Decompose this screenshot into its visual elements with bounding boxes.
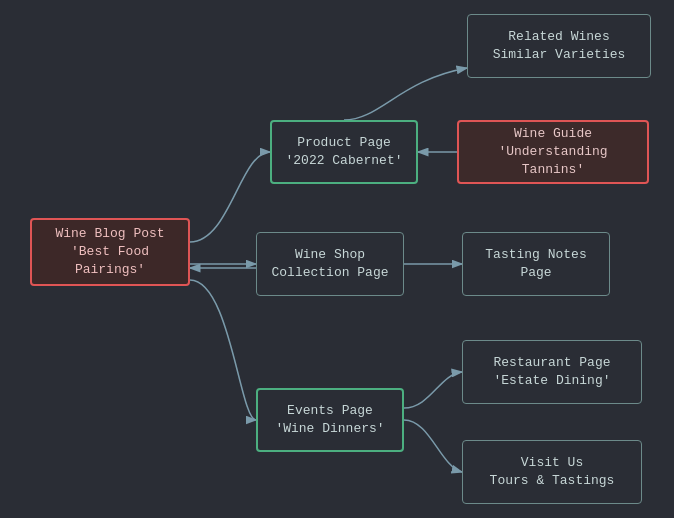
tasting-notes-line1: Tasting Notes bbox=[485, 247, 586, 262]
tasting-notes-node: Tasting Notes Page bbox=[462, 232, 610, 296]
product-page-node: Product Page '2022 Cabernet' bbox=[270, 120, 418, 184]
wine-shop-node: Wine Shop Collection Page bbox=[256, 232, 404, 296]
wine-guide-line2: 'Understanding Tannins' bbox=[498, 144, 607, 177]
events-page-node: Events Page 'Wine Dinners' bbox=[256, 388, 404, 452]
blog-post-node: Wine Blog Post 'Best Food Pairings' bbox=[30, 218, 190, 286]
wine-shop-label: Wine Shop Collection Page bbox=[271, 246, 388, 282]
events-page-label: Events Page 'Wine Dinners' bbox=[275, 402, 384, 438]
related-wines-label: Related Wines Similar Varieties bbox=[493, 28, 626, 64]
wine-guide-line1: Wine Guide bbox=[514, 126, 592, 141]
product-page-line2: '2022 Cabernet' bbox=[285, 153, 402, 168]
restaurant-page-line2: 'Estate Dining' bbox=[493, 373, 610, 388]
restaurant-page-label: Restaurant Page 'Estate Dining' bbox=[493, 354, 610, 390]
blog-post-line1: Wine Blog Post bbox=[55, 226, 164, 241]
diagram-container: Wine Blog Post 'Best Food Pairings' Prod… bbox=[0, 0, 674, 518]
product-page-line1: Product Page bbox=[297, 135, 391, 150]
visit-tours-label: Visit Us Tours & Tastings bbox=[490, 454, 615, 490]
tasting-notes-label: Tasting Notes Page bbox=[485, 246, 586, 282]
wine-guide-node: Wine Guide 'Understanding Tannins' bbox=[457, 120, 649, 184]
events-page-line2: 'Wine Dinners' bbox=[275, 421, 384, 436]
wine-guide-label: Wine Guide 'Understanding Tannins' bbox=[469, 125, 637, 180]
tasting-notes-line2: Page bbox=[520, 265, 551, 280]
visit-tours-line2: Tours & Tastings bbox=[490, 473, 615, 488]
events-page-line1: Events Page bbox=[287, 403, 373, 418]
product-page-label: Product Page '2022 Cabernet' bbox=[285, 134, 402, 170]
blog-post-line2: 'Best Food Pairings' bbox=[71, 244, 149, 277]
wine-shop-line1: Wine Shop bbox=[295, 247, 365, 262]
restaurant-page-line1: Restaurant Page bbox=[493, 355, 610, 370]
related-wines-line2: Similar Varieties bbox=[493, 47, 626, 62]
related-wines-line1: Related Wines bbox=[508, 29, 609, 44]
visit-tours-line1: Visit Us bbox=[521, 455, 583, 470]
restaurant-page-node: Restaurant Page 'Estate Dining' bbox=[462, 340, 642, 404]
blog-post-label: Wine Blog Post 'Best Food Pairings' bbox=[42, 225, 178, 280]
related-wines-node: Related Wines Similar Varieties bbox=[467, 14, 651, 78]
visit-tours-node: Visit Us Tours & Tastings bbox=[462, 440, 642, 504]
wine-shop-line2: Collection Page bbox=[271, 265, 388, 280]
